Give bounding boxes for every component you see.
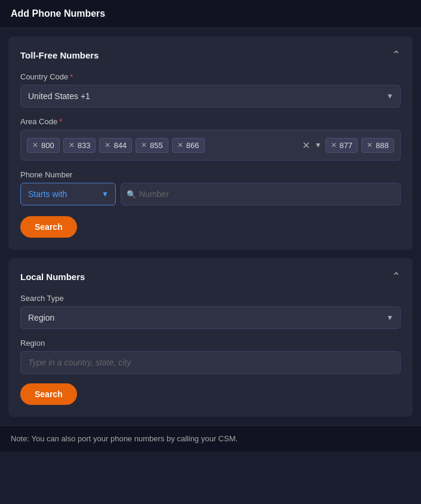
area-code-label: Area Code* (20, 117, 401, 126)
area-code-container[interactable]: ✕ 800 ✕ 833 ✕ 844 ✕ 855 ✕ 866 (20, 130, 401, 161)
toll-free-collapse-icon[interactable]: ⌃ (392, 48, 401, 62)
number-input[interactable] (121, 183, 401, 205)
page-title: Add Phone Numbers (0, 0, 421, 28)
local-header: Local Numbers ⌃ (20, 270, 401, 283)
country-code-field: Country Code* United States +1 Canada +1… (20, 72, 401, 107)
country-code-select[interactable]: United States +1 Canada +1 United Kingdo… (20, 85, 401, 107)
toll-free-section: Toll-Free Numbers ⌃ Country Code* United… (8, 36, 413, 250)
area-code-clear-icon[interactable]: ✕ (302, 140, 310, 151)
area-code-dropdown-icon[interactable]: ▼ (315, 141, 322, 149)
phone-type-wrapper: Starts with Contains Ends with ▼ (20, 183, 116, 205)
area-code-tag-844: ✕ 844 (99, 138, 132, 153)
remove-877-icon[interactable]: ✕ (331, 142, 337, 149)
remove-800-icon[interactable]: ✕ (32, 142, 38, 149)
region-label: Region (20, 339, 401, 348)
search-type-label: Search Type (20, 294, 401, 303)
area-code-tag-855: ✕ 855 (136, 138, 168, 153)
footer-note: Note: You can also port your phone numbe… (0, 425, 421, 451)
area-code-actions: ✕ ▼ (302, 140, 322, 151)
local-section: Local Numbers ⌃ Search Type Region Area … (8, 258, 413, 417)
remove-866-icon[interactable]: ✕ (177, 142, 183, 149)
local-search-button[interactable]: Search (20, 383, 77, 405)
local-title: Local Numbers (20, 272, 85, 282)
phone-type-select[interactable]: Starts with Contains Ends with (20, 183, 116, 205)
toll-free-title: Toll-Free Numbers (20, 50, 99, 60)
remove-855-icon[interactable]: ✕ (141, 142, 147, 149)
country-code-select-wrapper: United States +1 Canada +1 United Kingdo… (20, 85, 401, 107)
search-type-select[interactable]: Region Area Code NPA-NXX (20, 306, 401, 329)
phone-number-label: Phone Number (20, 170, 401, 179)
area-code-tag-888: ✕ 888 (361, 138, 394, 153)
area-code-field: Area Code* ✕ 800 ✕ 833 ✕ 844 ✕ 855 (20, 117, 401, 161)
remove-844-icon[interactable]: ✕ (105, 142, 110, 149)
remove-833-icon[interactable]: ✕ (69, 142, 75, 149)
phone-number-row: Starts with Contains Ends with ▼ 🔍 (20, 183, 401, 205)
search-type-select-wrapper: Region Area Code NPA-NXX ▼ (20, 306, 401, 329)
area-code-tag-833: ✕ 833 (63, 138, 96, 153)
country-code-label: Country Code* (20, 72, 401, 81)
number-input-wrapper: 🔍 (121, 183, 401, 205)
local-collapse-icon[interactable]: ⌃ (392, 270, 401, 283)
search-number-icon: 🔍 (127, 190, 136, 199)
search-type-field: Search Type Region Area Code NPA-NXX ▼ (20, 294, 401, 329)
toll-free-search-button[interactable]: Search (20, 216, 77, 238)
region-input[interactable] (20, 351, 401, 374)
area-code-tag-877: ✕ 877 (325, 138, 358, 153)
phone-number-field: Phone Number Starts with Contains Ends w… (20, 170, 401, 205)
toll-free-header: Toll-Free Numbers ⌃ (20, 48, 401, 62)
region-field: Region (20, 339, 401, 383)
area-code-tag-800: ✕ 800 (27, 138, 60, 153)
remove-888-icon[interactable]: ✕ (367, 142, 373, 149)
area-code-tag-866: ✕ 866 (172, 138, 205, 153)
